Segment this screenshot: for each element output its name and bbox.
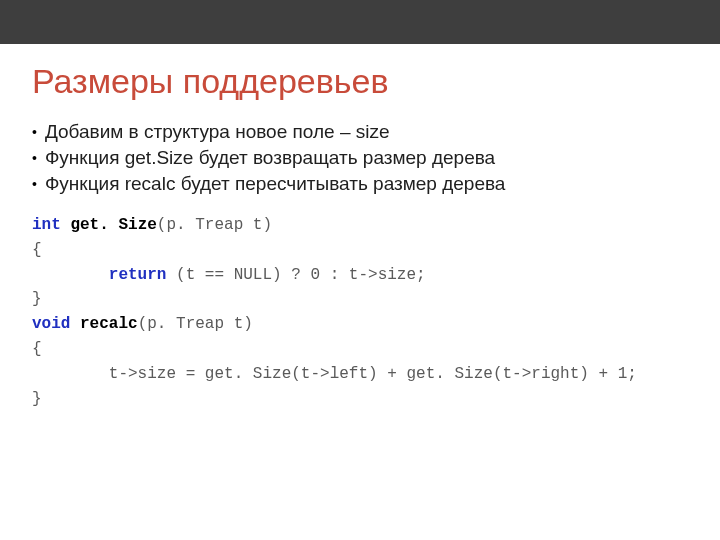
bullet-dot: • [32, 145, 37, 171]
code-line: int get. Size(p. Treap t) [32, 213, 688, 238]
bullet-item: • Функция recalc будет пересчитывать раз… [32, 171, 688, 197]
bullet-list: • Добавим в структура новое поле – size … [32, 119, 688, 197]
slide-content: Размеры поддеревьев • Добавим в структур… [0, 44, 720, 411]
bullet-text: Добавим в структура новое поле – size [45, 119, 390, 145]
code-line: { [32, 238, 688, 263]
code-line: } [32, 287, 688, 312]
bullet-item: • Добавим в структура новое поле – size [32, 119, 688, 145]
bullet-dot: • [32, 119, 37, 145]
code-line: t->size = get. Size(t->left) + get. Size… [32, 362, 688, 387]
slide-title: Размеры поддеревьев [32, 62, 688, 101]
bullet-text: Функция get.Size будет возвращать размер… [45, 145, 495, 171]
code-line: { [32, 337, 688, 362]
top-bar [0, 0, 720, 44]
code-line: void recalc(p. Treap t) [32, 312, 688, 337]
code-line: return (t == NULL) ? 0 : t->size; [32, 263, 688, 288]
bullet-item: • Функция get.Size будет возвращать разм… [32, 145, 688, 171]
bullet-text: Функция recalc будет пересчитывать разме… [45, 171, 506, 197]
bullet-dot: • [32, 171, 37, 197]
code-line: } [32, 387, 688, 412]
code-block: int get. Size(p. Treap t) { return (t ==… [32, 211, 688, 411]
